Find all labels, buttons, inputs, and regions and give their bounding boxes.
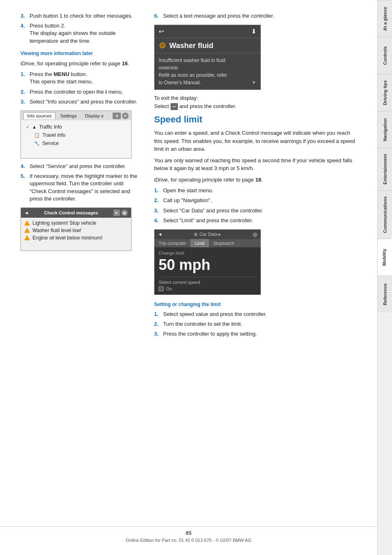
- step-6-content: Select a text message and press the cont…: [163, 12, 357, 20]
- step-5-content: If necessary, move the highlight marker …: [30, 173, 142, 203]
- info-sources-screen: Info sources Settings Display o ◄ ⚙ ✓ ▲ …: [21, 111, 131, 159]
- right-column: 6. Select a text message and press the c…: [154, 12, 357, 343]
- car-header-center: 🖥 Car Data ▸: [194, 232, 221, 237]
- car-settings-icon: ◎: [253, 231, 257, 237]
- sidebar-tab-driving-tips[interactable]: Driving tips: [378, 74, 392, 111]
- setting-step-number-2: 2.: [154, 320, 161, 328]
- speed-step-1: 1. Open the start menu.: [154, 187, 357, 194]
- washer-title-text: Washer fluid: [169, 41, 213, 50]
- sidebar-tab-reference[interactable]: Reference: [378, 276, 392, 313]
- step-number-4b: 4.: [21, 163, 27, 170]
- setting-step-number-3: 3.: [154, 330, 161, 338]
- washer-back-icon: ↩: [159, 28, 164, 35]
- viewing-step-3-content: Select "Info sources" and press the cont…: [30, 98, 142, 106]
- step-number-5: 5.: [21, 173, 27, 203]
- tab-limit[interactable]: Limit: [191, 239, 209, 247]
- step-4-label: Press button 2.: [30, 23, 65, 29]
- washer-fluid-screen: ↩ ⬇ ⚙ Washer fluid Insufficient washer f…: [154, 25, 261, 90]
- engine-warn-icon: [24, 235, 30, 240]
- step-5: 5. If necessary, move the highlight mark…: [21, 173, 142, 203]
- tab-stopwatch[interactable]: Stopwatch: [209, 239, 239, 247]
- step-4-second-content: Select "Service" and press the controlle…: [30, 163, 142, 170]
- step-6-list: 6. Select a text message and press the c…: [154, 12, 357, 20]
- step-6: 6. Select a text message and press the c…: [154, 12, 357, 20]
- traffic-check-icon: ✓: [26, 124, 30, 130]
- lighting-warn-icon: [24, 220, 30, 226]
- viewing-step-number-1: 1.: [21, 71, 27, 85]
- service-row: 🔧 Service: [24, 139, 128, 147]
- lighting-row: Lighting system! Stop vehicle: [24, 219, 128, 227]
- steps-3-4: 3. Push button 1 to check for other mess…: [21, 12, 142, 45]
- check-circle-icon: ◉: [121, 210, 128, 216]
- back-arrow-icon: ↩: [171, 103, 178, 110]
- check-screen-header: ◄ Check Control messages ► ◉: [21, 208, 131, 218]
- washer-header-icon: ⬇: [251, 28, 256, 35]
- page-number: 85: [0, 530, 377, 536]
- washer-screen-header: ↩ ⬇: [154, 25, 261, 38]
- left-column: 3. Push button 1 to check for other mess…: [21, 12, 142, 343]
- engine-row: Engine oil level below minimum!: [24, 234, 128, 242]
- speed-step-4-content: Select "Limit" and press the controller.: [163, 217, 357, 224]
- menu-settings: Settings: [57, 113, 80, 119]
- check-fwd-icon: ►: [113, 210, 120, 216]
- settings-button-icon: ⚙: [122, 113, 129, 119]
- on-checkbox[interactable]: [159, 286, 164, 291]
- viewing-step-1-content: Press the MENU button. This opens the st…: [30, 71, 142, 85]
- step-number-6: 6.: [154, 12, 161, 20]
- speed-limit-title: Speed limit: [154, 114, 357, 125]
- footer-text: Online Edition for Part no. 01 41 0 013 …: [126, 538, 251, 543]
- speed-step-1-content: Open the start menu.: [163, 187, 357, 194]
- setting-step-2-content: Turn the controller to set the limit.: [163, 320, 357, 328]
- washer-warn-icon: [24, 228, 30, 233]
- exit-display-text: To exit the display: Select ↩ and press …: [154, 94, 357, 110]
- bottom-section: Select current speed On: [159, 277, 256, 291]
- exit-and-text: and press the controller.: [179, 103, 236, 109]
- travel-icon: 📋: [34, 133, 40, 138]
- step-4-content: Press button 2. The display again shows …: [30, 22, 142, 45]
- speed-step-number-3: 3.: [154, 207, 161, 214]
- step-3: 3. Push button 1 to check for other mess…: [21, 12, 142, 20]
- car-screen-header: ◄ 🖥 Car Data ▸ ◎: [154, 230, 261, 239]
- tab-trip-computer[interactable]: Trip computer: [154, 239, 191, 247]
- car-data-screen: ◄ 🖥 Car Data ▸ ◎ Trip computer Limit Sto…: [154, 229, 261, 295]
- speed-limit-steps: 1. Open the start menu. 2. Call up "Navi…: [154, 187, 357, 224]
- on-row: On: [159, 286, 256, 291]
- car-back-icon: ◄: [158, 232, 162, 237]
- washer-label: Washer fluid level low!: [32, 228, 81, 233]
- viewing-step-number-2: 2.: [21, 88, 27, 96]
- washer-row: Washer fluid level low!: [24, 227, 128, 234]
- speed-display: 50 mph: [159, 256, 256, 274]
- setting-step-number-1: 1.: [154, 311, 161, 318]
- sidebar-tab-communications[interactable]: Communications: [378, 190, 392, 239]
- washer-body-line1: Insufficient washer fluid in fluid: [159, 58, 226, 63]
- viewing-step-number-3: 3.: [21, 98, 27, 106]
- car-screen-body: Change limit: 50 mph Select current spee…: [154, 247, 261, 295]
- sidebar-tab-mobility[interactable]: Mobility: [378, 239, 392, 276]
- speed-limit-idrive-ref: iDrive, for operating principle refer to…: [154, 176, 357, 184]
- travel-label: Travel Info: [42, 132, 65, 138]
- check-control-screen: ◄ Check Control messages ► ◉ Lighting sy…: [21, 207, 131, 251]
- menu-display: Display o: [82, 113, 107, 119]
- traffic-label: Traffic Info: [39, 124, 62, 130]
- menu-info-sources: Info sources: [23, 112, 55, 119]
- sidebar-tab-navigation[interactable]: Navigation: [378, 111, 392, 148]
- viewing-step-2: 2. Press the controller to open the i me…: [21, 88, 142, 96]
- speed-limit-para2: You are only warned of reaching this spe…: [154, 157, 357, 173]
- setting-step-1-content: Select speed value and press the control…: [163, 311, 357, 318]
- washer-body-line2: reservoir.: [159, 65, 179, 71]
- car-screen-tabs: Trip computer Limit Stopwatch: [154, 239, 261, 247]
- speed-step-number-2: 2.: [154, 197, 161, 204]
- service-icon: 🔧: [34, 141, 40, 146]
- viewing-steps: 1. Press the MENU button. This opens the…: [21, 71, 142, 106]
- service-label: Service: [42, 140, 59, 146]
- current-speed-row: Select current speed: [159, 280, 256, 285]
- sidebar-tab-at-a-glance[interactable]: At a glance: [378, 0, 392, 37]
- sidebar-tab-entertainment[interactable]: Entertainment: [378, 148, 392, 190]
- viewing-step-1: 1. Press the MENU button. This opens the…: [21, 71, 142, 85]
- washer-gear-icon: ⚙: [159, 41, 166, 51]
- sidebar-tab-controls[interactable]: Controls: [378, 37, 392, 74]
- engine-label: Engine oil level below minimum!: [32, 235, 103, 241]
- right-sidebar: At a glance Controls Driving tips Naviga…: [377, 0, 392, 555]
- viewing-step-2-content: Press the controller to open the i menu.: [30, 88, 142, 96]
- step-4-second: 4. Select "Service" and press the contro…: [21, 163, 142, 170]
